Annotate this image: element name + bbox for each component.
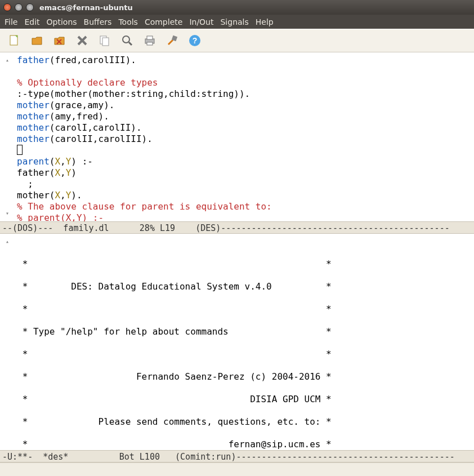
shell-line: * Please send comments, questions, etc. … bbox=[17, 416, 471, 428]
code-var: X bbox=[55, 156, 60, 167]
shell-line: * Fernando Saenz-Perez (c) 2004-2016 * bbox=[17, 371, 471, 382]
shell-buffer[interactable]: ▴ * * * DES: Datalog Educational System … bbox=[0, 234, 474, 450]
code-token: ; bbox=[17, 179, 33, 189]
code-var: X bbox=[55, 167, 60, 178]
new-file-icon[interactable] bbox=[8, 34, 21, 47]
svg-line-11 bbox=[129, 42, 132, 45]
svg-rect-13 bbox=[147, 36, 153, 39]
svg-rect-14 bbox=[147, 42, 153, 45]
copy-icon[interactable] bbox=[98, 34, 111, 47]
code-var: Y bbox=[66, 156, 71, 167]
menu-signals[interactable]: Signals bbox=[220, 17, 248, 26]
shell-line: * DES: Datalog Educational System v.4.0 … bbox=[17, 281, 471, 292]
code-token: , bbox=[60, 190, 66, 201]
code-comment: % Optionally declare types bbox=[17, 77, 471, 88]
code-token: mother( bbox=[17, 190, 55, 201]
code-comment: % The above clause for parent is equival… bbox=[17, 201, 471, 212]
code-token: mother bbox=[17, 122, 50, 133]
folder-x-icon[interactable] bbox=[53, 34, 66, 47]
code-token: father bbox=[17, 55, 50, 65]
search-icon[interactable] bbox=[120, 34, 134, 47]
code-token: ) :- bbox=[71, 156, 93, 167]
minimize-icon[interactable] bbox=[15, 3, 23, 11]
help-icon[interactable]: ? bbox=[188, 34, 202, 47]
minibuffer[interactable] bbox=[0, 462, 474, 476]
code-line: :-type(mother(mother:string,child:string… bbox=[17, 88, 471, 100]
menu-complete[interactable]: Complete bbox=[145, 17, 182, 26]
code-token: father( bbox=[17, 167, 55, 178]
code-token: (grace,amy). bbox=[50, 100, 115, 110]
menu-tools[interactable]: Tools bbox=[118, 17, 138, 26]
code-token: mother bbox=[17, 111, 50, 122]
code-token: , bbox=[60, 167, 66, 178]
maximize-icon[interactable] bbox=[26, 3, 34, 11]
source-buffer[interactable]: ▴ ▾ father(fred,carolIII). % Optionally … bbox=[0, 52, 474, 221]
code-token: (amy,fred). bbox=[50, 111, 109, 122]
menu-file[interactable]: File bbox=[5, 17, 17, 26]
menu-options[interactable]: Options bbox=[47, 17, 77, 26]
menu-inout[interactable]: In/Out bbox=[189, 17, 213, 26]
toolbar: ? bbox=[0, 29, 474, 52]
close-icon[interactable] bbox=[3, 3, 11, 11]
code-token: ) bbox=[71, 167, 77, 178]
shell-line: * Type "/help" for help about commands * bbox=[17, 326, 471, 337]
code-token: ). bbox=[71, 190, 82, 201]
close-x-icon[interactable] bbox=[75, 34, 89, 47]
modeline-bottom: -U:**- *des* Bot L100 (Comint:run)------… bbox=[0, 450, 474, 462]
shell-line: * * bbox=[17, 304, 471, 315]
svg-marker-2 bbox=[32, 37, 42, 45]
code-comment: % parent(X,Y) :- bbox=[17, 212, 471, 221]
menu-edit[interactable]: Edit bbox=[24, 17, 39, 26]
shell-line: * DISIA GPD UCM * bbox=[17, 394, 471, 405]
code-var: Y bbox=[66, 190, 71, 201]
shell-line: * * bbox=[17, 349, 471, 360]
code-token: mother bbox=[17, 100, 50, 110]
shell-line: * fernan@sip.ucm.es * bbox=[17, 439, 471, 450]
fold-marker-icon: ▴ bbox=[6, 55, 9, 66]
menu-buffers[interactable]: Buffers bbox=[84, 17, 112, 26]
fold-marker-icon: ▾ bbox=[6, 208, 9, 219]
menu-help[interactable]: Help bbox=[256, 17, 274, 26]
shell-line: * * bbox=[17, 259, 471, 270]
modeline-top: --(DOS)--- family.dl 28% L19 (DES)------… bbox=[0, 221, 474, 234]
menu-bar: File Edit Options Buffers Tools Complete… bbox=[0, 15, 474, 29]
preferences-icon[interactable] bbox=[166, 34, 179, 47]
open-folder-icon[interactable] bbox=[30, 34, 44, 47]
code-token: (carolI,carolII). bbox=[50, 122, 142, 133]
code-token: (fred,carolIII). bbox=[50, 55, 136, 65]
svg-rect-9 bbox=[102, 38, 109, 46]
code-var: Y bbox=[66, 167, 71, 178]
window-titlebar: emacs@fernan-ubuntu bbox=[0, 0, 474, 15]
window-title: emacs@fernan-ubuntu bbox=[39, 3, 133, 12]
code-token: mother bbox=[17, 134, 50, 144]
fold-marker-icon: ▴ bbox=[6, 236, 9, 247]
code-var: X bbox=[55, 190, 60, 201]
print-icon[interactable] bbox=[143, 34, 156, 47]
text-cursor bbox=[17, 145, 23, 155]
code-token: parent bbox=[17, 156, 50, 167]
code-token: (carolII,carolIII). bbox=[50, 134, 153, 144]
svg-rect-0 bbox=[10, 35, 17, 45]
svg-point-10 bbox=[123, 36, 129, 43]
svg-line-15 bbox=[168, 40, 173, 45]
svg-text:?: ? bbox=[193, 36, 198, 45]
code-token: , bbox=[60, 156, 66, 167]
code-token: ( bbox=[50, 156, 55, 167]
